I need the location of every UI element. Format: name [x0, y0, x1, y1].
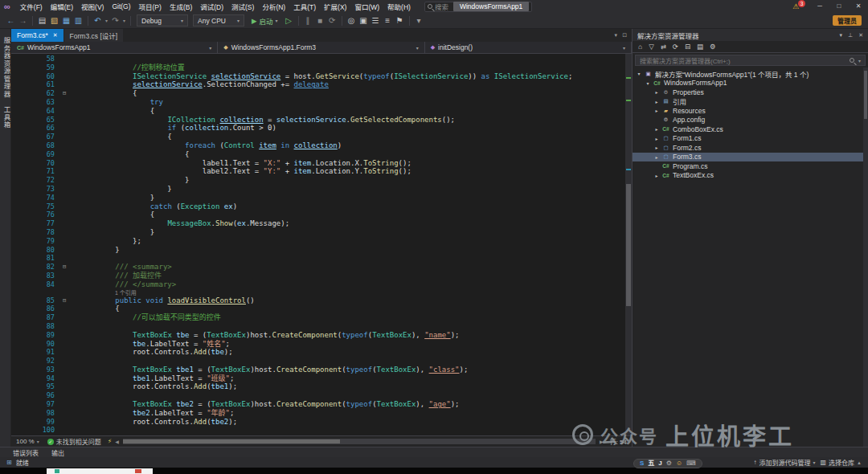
panel-header[interactable]: 解决方案资源管理器 ▾⊥✕ — [633, 29, 868, 41]
refresh-icon[interactable]: ⟳ — [673, 43, 678, 51]
open-file-icon[interactable]: ▧ — [48, 14, 60, 28]
panel-scrollbar[interactable] — [863, 67, 868, 447]
tree-item[interactable]: ▾C#WindowsFormsApp1 — [633, 79, 868, 88]
menu-item[interactable]: 文件(F) — [16, 2, 47, 11]
expander-icon[interactable]: ▸ — [653, 89, 661, 95]
background-tasks-icon[interactable]: ⊞ — [6, 459, 12, 466]
breadcrumb-class-dropdown[interactable]: ◆WindowsFormsApp1.Form3▾ — [218, 42, 424, 53]
new-file-icon[interactable]: ▤ — [36, 14, 48, 28]
menu-item[interactable]: 项目(P) — [135, 2, 166, 11]
settings-icon[interactable]: ⚙ — [666, 460, 672, 468]
close-icon[interactable]: ✕ — [858, 32, 863, 39]
document-tab[interactable]: Form3.cs*✕ — [11, 29, 63, 42]
menu-item[interactable]: 测试(S) — [227, 2, 258, 11]
notifications-icon[interactable]: ⚠3 — [792, 2, 799, 10]
tool-window-tab[interactable]: 服务器资源管理器 — [2, 37, 11, 98]
solution-search-input[interactable]: 搜索解决方案资源管理器(Ctrl+;) ▾ — [635, 55, 866, 66]
document-tab[interactable]: Form3.cs [设计] — [64, 29, 124, 42]
uncomment-icon[interactable]: ≡ — [382, 14, 394, 28]
select-repository-button[interactable]: ▥ 选择仓库 ▲ — [820, 458, 862, 467]
undo-icon-caret[interactable]: ▾ — [104, 18, 109, 23]
keyboard-icon[interactable]: ⌨ — [686, 460, 696, 468]
scrollbar-thumb[interactable] — [626, 184, 631, 306]
tree-item[interactable]: ▸▢Form3.cs — [633, 153, 868, 162]
expander-icon[interactable]: ▸ — [653, 136, 661, 141]
fold-marker-icon[interactable]: ⊟ — [59, 263, 69, 272]
expander-icon[interactable]: ▸ — [653, 99, 661, 104]
tab-close-icon[interactable]: ✕ — [53, 32, 58, 39]
breadcrumb-method-dropdown[interactable]: ◆initDesign()▾ — [425, 42, 632, 53]
tree-item[interactable]: ▸C#TextBoxEx.cs — [633, 171, 868, 181]
scroll-left-icon[interactable]: ◀ — [115, 439, 119, 444]
menu-item[interactable]: 帮助(H) — [383, 2, 415, 11]
scroll-right-icon[interactable]: ▶ — [600, 439, 604, 444]
maximize-button[interactable]: □ — [829, 0, 849, 13]
properties-icon[interactable]: ⚙ — [710, 43, 716, 51]
panel-tab[interactable]: 错误列表 — [13, 448, 39, 457]
tree-item[interactable]: ▸⚙Properties — [633, 88, 868, 97]
menu-item[interactable]: 工具(T) — [289, 2, 320, 11]
fold-marker-icon[interactable]: ⊟ — [59, 296, 69, 305]
tree-item[interactable]: ▾▣解决方案“WindowsFormsApp1”(1 个项目，共 1 个) — [633, 69, 868, 79]
document-health-indicator[interactable]: ✓未找到相关问题 — [47, 437, 101, 446]
active-files-dropdown-icon[interactable]: ▾ — [615, 32, 618, 39]
pin-icon[interactable]: ⊥ — [848, 32, 853, 39]
quick-search-box[interactable]: 搜索 WindowsFormsApp1 — [424, 2, 532, 12]
expander-icon[interactable]: ▸ — [653, 108, 661, 113]
tree-item[interactable]: ▸▤引用 — [633, 97, 868, 107]
expander-icon[interactable]: ▸ — [653, 126, 661, 132]
code-cleanup-icon[interactable]: ⚡ — [108, 438, 113, 445]
expander-icon[interactable]: ▸ — [653, 173, 661, 178]
menu-item[interactable]: 调试(D) — [196, 2, 227, 11]
restart-icon[interactable]: ⟳ — [326, 14, 338, 28]
menu-item[interactable]: Git(G) — [108, 2, 134, 10]
expander-icon[interactable]: ▸ — [653, 154, 661, 160]
solution-name-chip[interactable]: WindowsFormsApp1 — [453, 2, 529, 11]
nav-back-icon[interactable]: ← — [5, 14, 17, 28]
save-all-icon[interactable]: ▥ — [72, 14, 84, 28]
menu-item[interactable]: 分析(N) — [258, 2, 289, 11]
breadcrumb-project-dropdown[interactable]: C#WindowsFormsApp1▾ — [11, 42, 218, 53]
window-layout-icon[interactable]: ⊡ — [622, 32, 627, 39]
add-to-source-control-button[interactable]: ↑ 添加到源代码管理 ▾ — [753, 458, 815, 467]
emoji-icon[interactable]: ☺ — [676, 460, 682, 468]
redo-icon-caret[interactable]: ▾ — [121, 18, 127, 23]
find-in-files-icon[interactable]: ▣ — [358, 14, 370, 28]
start-without-debugging-icon[interactable]: ▷ — [283, 14, 295, 28]
tree-item[interactable]: C#Program.cs — [633, 161, 868, 171]
break-all-icon[interactable]: ∥ — [302, 14, 314, 28]
menu-item[interactable]: 窗口(W) — [350, 2, 383, 11]
code-editor[interactable]: 5859 //控制移动位置60 ISelectionService select… — [11, 54, 625, 435]
save-icon[interactable]: ▦ — [60, 14, 72, 28]
expander-icon[interactable]: ▾ — [644, 80, 652, 86]
menu-item[interactable]: 扩展(X) — [320, 2, 350, 11]
expander-icon[interactable]: ▸ — [653, 145, 661, 150]
tree-item[interactable]: ⚙App.config — [633, 116, 868, 125]
scrollbar-thumb[interactable] — [123, 439, 341, 443]
undo-icon[interactable]: ↶ — [92, 14, 104, 28]
menu-item[interactable]: 编辑(E) — [47, 2, 77, 11]
redo-icon[interactable]: ↷ — [109, 14, 121, 28]
editor-horizontal-scrollbar[interactable] — [123, 439, 596, 444]
menu-item[interactable]: 视图(V) — [77, 2, 108, 11]
tree-item[interactable]: ▸▢Form2.cs — [633, 143, 868, 153]
toolbar-options-icon[interactable]: ▾ — [413, 14, 425, 28]
wubi-mode-icon[interactable]: 五 — [648, 460, 654, 468]
tree-item[interactable]: ▸▰Resources — [633, 106, 868, 116]
tool-window-tab[interactable]: 工具箱 — [2, 106, 11, 129]
panel-tab[interactable]: 输出 — [51, 448, 64, 457]
configuration-select[interactable]: Debug▾ — [137, 14, 188, 27]
close-button[interactable]: ✕ — [849, 0, 868, 13]
collapse-all-icon[interactable]: ⊟ — [685, 43, 690, 51]
tree-item[interactable]: ▸C#ComboBoxEx.cs — [633, 125, 868, 134]
bookmark-icon[interactable]: ⚑ — [394, 14, 406, 28]
nav-forward-icon[interactable]: → — [17, 14, 29, 28]
codelens-references[interactable]: 1 个引用 — [11, 289, 625, 296]
tree-item[interactable]: ▸▢Form1.cs — [633, 134, 868, 144]
fold-marker-icon[interactable]: ⊟ — [59, 89, 69, 98]
switch-views-icon[interactable]: ⌂ — [638, 43, 642, 51]
sync-active-document-icon[interactable]: ⇄ — [661, 43, 666, 51]
zoom-select[interactable]: 100 %▾ — [16, 438, 39, 445]
stop-icon[interactable]: ■ — [314, 14, 326, 28]
sogou-logo-icon[interactable]: S — [640, 460, 644, 468]
